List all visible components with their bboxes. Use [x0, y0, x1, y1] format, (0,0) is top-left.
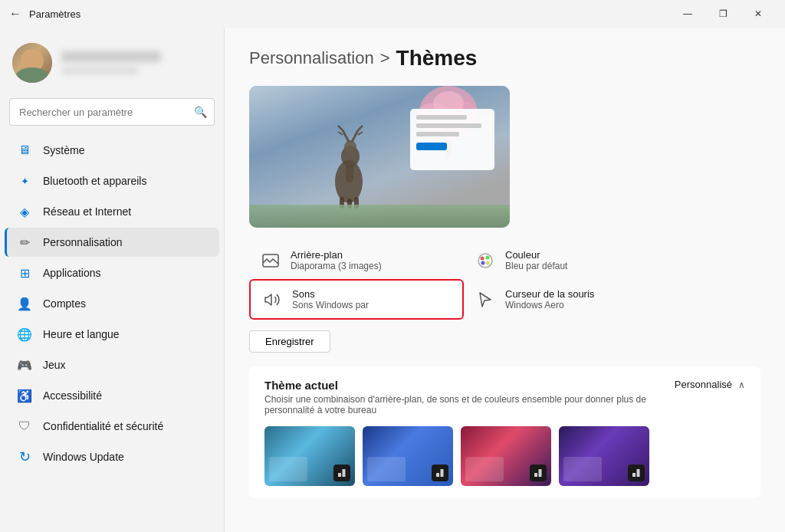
sidebar: 🔍 🖥 Système ✦ Bluetooth et appareils ◈ R…	[0, 28, 224, 532]
accounts-icon: 👤	[17, 296, 32, 311]
breadcrumb-parent[interactable]: Personnalisation	[249, 48, 374, 68]
sidebar-item-reseau[interactable]: ◈ Réseau et Internet	[5, 197, 219, 226]
user-sub-blurred	[61, 66, 138, 74]
svg-line-8	[338, 126, 343, 130]
title-bar: ← Paramètres — ❐ ✕	[0, 0, 785, 28]
svg-line-9	[338, 132, 343, 135]
svg-point-23	[486, 261, 490, 264]
maximize-button[interactable]: ❐	[705, 2, 741, 26]
sidebar-item-applications[interactable]: ⊞ Applications	[5, 258, 219, 287]
breadcrumb-separator: >	[380, 48, 390, 68]
sidebar-item-update[interactable]: ↻ Windows Update	[5, 442, 219, 471]
user-name-blurred	[61, 51, 161, 62]
theme-thumb-1[interactable]	[264, 426, 355, 486]
update-icon: ↻	[17, 449, 32, 465]
theme-thumbnails	[264, 426, 745, 486]
sidebar-item-confidentialite[interactable]: 🛡 Confidentialité et sécurité	[5, 412, 219, 441]
avatar	[12, 43, 52, 83]
games-icon: 🎮	[17, 357, 32, 373]
sons-icon	[261, 289, 283, 310]
system-icon: 🖥	[17, 143, 32, 158]
svg-line-10	[352, 130, 358, 142]
preview-ground	[249, 205, 510, 228]
time-icon: 🌐	[17, 327, 32, 342]
arriere-plan-icon	[260, 250, 281, 271]
privacy-icon: 🛡	[17, 419, 32, 434]
svg-line-11	[358, 126, 363, 130]
svg-rect-25	[343, 469, 346, 477]
breadcrumb-current: Thèmes	[396, 46, 478, 71]
theme-thumb-badge-2	[432, 465, 448, 481]
theme-status[interactable]: Personnalisé ∧	[675, 379, 745, 390]
chevron-up-icon: ∧	[738, 379, 745, 390]
svg-rect-30	[632, 473, 636, 477]
shortcut-couleur[interactable]: Couleur Bleu par défaut	[464, 241, 678, 279]
back-icon[interactable]: ←	[9, 7, 21, 21]
svg-point-2	[344, 140, 356, 154]
sidebar-item-comptes[interactable]: 👤 Comptes	[5, 289, 219, 318]
deer-silhouette	[310, 117, 387, 209]
theme-thumb-badge-1	[333, 465, 350, 481]
svg-rect-28	[534, 473, 537, 477]
theme-thumb-3[interactable]	[461, 426, 551, 486]
theme-thumb-2[interactable]	[363, 426, 453, 486]
svg-line-12	[358, 132, 363, 135]
theme-section-subtitle: Choisir une combinaison d'arrière-plan, …	[264, 394, 663, 415]
svg-point-21	[486, 255, 490, 259]
applications-icon: ⊞	[17, 265, 32, 281]
close-button[interactable]: ✕	[741, 2, 776, 26]
breadcrumb: Personnalisation > Thèmes	[249, 46, 760, 71]
personalization-icon: ✏	[17, 235, 32, 250]
bluetooth-icon: ✦	[17, 173, 32, 189]
svg-rect-29	[539, 469, 542, 477]
search-input[interactable]	[9, 98, 215, 126]
sidebar-item-systeme[interactable]: 🖥 Système	[5, 136, 219, 165]
user-name-block	[61, 51, 212, 74]
theme-thumb-4[interactable]	[559, 426, 649, 486]
theme-thumb-badge-3	[530, 465, 547, 481]
svg-rect-26	[436, 473, 439, 477]
content-area: Personnalisation > Thèmes	[225, 28, 785, 532]
preview-window-widget	[410, 109, 494, 170]
shortcut-arriere-plan[interactable]: Arrière-plan Diaporama (3 images)	[249, 241, 464, 279]
minimize-button[interactable]: —	[670, 2, 705, 26]
window-title: Paramètres	[29, 8, 80, 20]
svg-rect-6	[346, 164, 353, 182]
theme-section: Thème actuel Choisir une combinaison d'a…	[249, 366, 760, 498]
couleur-icon	[475, 250, 496, 271]
shortcut-curseur[interactable]: Curseur de la souris Windows Aero	[464, 279, 678, 320]
curseur-icon	[475, 289, 496, 310]
network-icon: ◈	[17, 204, 32, 219]
search-icon: 🔍	[194, 106, 207, 118]
sidebar-item-jeux[interactable]: 🎮 Jeux	[5, 350, 219, 379]
theme-section-header: Thème actuel Choisir une combinaison d'a…	[264, 379, 745, 415]
sidebar-item-bluetooth[interactable]: ✦ Bluetooth et appareils	[5, 166, 219, 195]
sidebar-item-heure[interactable]: 🌐 Heure et langue	[5, 320, 219, 349]
svg-rect-27	[441, 469, 444, 477]
title-bar-left: ← Paramètres	[9, 7, 80, 21]
main-content: 🔍 🖥 Système ✦ Bluetooth et appareils ◈ R…	[0, 28, 785, 532]
search-box: 🔍	[9, 98, 215, 126]
svg-point-22	[481, 261, 485, 264]
shortcut-sons[interactable]: Sons Sons Windows par	[249, 279, 464, 320]
sidebar-item-accessibilite[interactable]: ♿ Accessibilité	[5, 381, 219, 410]
preview-background	[249, 86, 510, 228]
svg-rect-31	[637, 469, 640, 477]
theme-section-title: Thème actuel	[264, 379, 663, 392]
shortcut-grid: Arrière-plan Diaporama (3 images) Couleu…	[249, 241, 678, 320]
title-bar-controls: — ❐ ✕	[670, 2, 776, 26]
svg-line-7	[343, 130, 349, 142]
theme-thumb-badge-4	[628, 465, 645, 481]
theme-preview	[249, 86, 510, 228]
accessibility-icon: ♿	[17, 388, 32, 403]
sidebar-item-personnalisation[interactable]: ✏ Personnalisation	[5, 228, 219, 257]
svg-point-20	[481, 256, 484, 260]
svg-rect-24	[338, 473, 341, 477]
save-button[interactable]: Enregistrer	[249, 330, 330, 353]
svg-point-19	[478, 254, 492, 268]
user-profile	[0, 34, 224, 95]
